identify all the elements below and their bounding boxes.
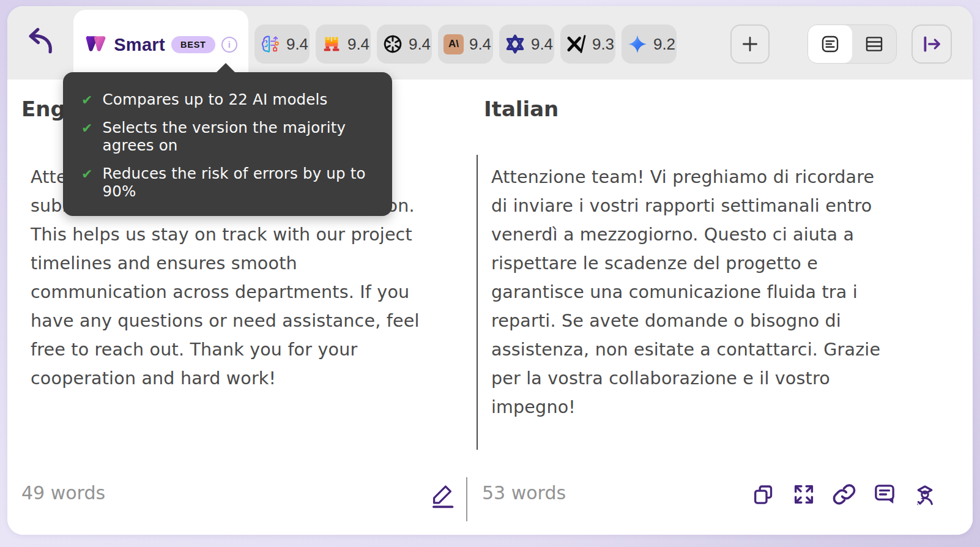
add-model-button[interactable] (730, 24, 770, 64)
tooltip-item: ✔ Compares up to 22 AI models (81, 91, 371, 108)
copy-icon (751, 482, 776, 507)
model-tab-modernmt[interactable]: 9.4 (316, 24, 371, 64)
model-tab-qwen[interactable]: 9.4 (499, 24, 554, 64)
model-tab-ai-brain[interactable]: 9.4 (254, 24, 310, 64)
check-icon: ✔ (81, 92, 92, 108)
model-tab-openai[interactable]: 9.4 (377, 24, 432, 64)
modernmt-castle-icon (321, 34, 342, 54)
info-icon[interactable]: i (221, 37, 237, 53)
tooltip-item: ✔ Reduces the risk of errors by up to 90… (81, 165, 371, 200)
footer-divider (466, 477, 467, 521)
toolbar: Smart BEST i (7, 6, 973, 80)
model-tab-xai-grok[interactable]: 9.3 (560, 24, 615, 64)
openai-icon (382, 34, 403, 54)
comment-icon (872, 482, 897, 507)
expert-graduate-icon (913, 482, 937, 507)
tooltip-item-text: Reduces the risk of errors by up to 90% (102, 165, 371, 200)
target-language-heading: Italian (484, 97, 559, 121)
rows-view-icon (864, 34, 885, 54)
source-word-count: 49 words (21, 482, 105, 504)
pencil-icon (428, 482, 458, 510)
model-tab-gemini[interactable]: 9.2 (622, 24, 677, 64)
expand-button[interactable] (792, 482, 816, 507)
column-divider (477, 155, 478, 450)
view-toggle-rows[interactable] (852, 25, 896, 63)
document-view-icon (820, 34, 841, 54)
expand-icon (792, 482, 816, 507)
best-badge: BEST (171, 36, 215, 53)
tooltip-item-text: Selects the version the majority agrees … (102, 119, 371, 154)
main-card: Smart BEST i (7, 6, 973, 535)
model-tabs-row: 9.4 (254, 24, 677, 64)
check-icon: ✔ (81, 121, 92, 136)
view-toggle (807, 24, 897, 64)
target-actions (751, 482, 937, 507)
tooltip-item: ✔ Selects the version the majority agree… (81, 119, 371, 154)
model-score: 9.3 (591, 35, 615, 54)
smart-logo-icon (84, 35, 108, 55)
back-button[interactable] (22, 26, 55, 59)
model-score: 9.4 (285, 35, 310, 54)
model-score: 9.4 (530, 35, 554, 54)
smart-tab-label: Smart (114, 35, 165, 55)
model-score: 9.4 (468, 35, 492, 54)
copy-button[interactable] (751, 482, 776, 507)
link-icon (832, 482, 856, 507)
tooltip-arrow (216, 63, 236, 73)
back-arrow-icon (22, 26, 55, 59)
tooltip-item-text: Compares up to 22 AI models (102, 91, 327, 108)
model-score: 9.4 (407, 35, 432, 54)
target-text[interactable]: Attenzione team! Vi preghiamo di ricorda… (491, 163, 927, 422)
edit-source-button[interactable] (428, 481, 458, 510)
model-tab-anthropic[interactable]: A\ 9.4 (438, 24, 493, 64)
expert-review-button[interactable] (913, 482, 937, 507)
share-link-button[interactable] (832, 482, 856, 507)
anthropic-icon: A\ (444, 34, 464, 54)
qwen-icon (505, 34, 525, 54)
gemini-icon (627, 34, 648, 54)
smart-info-tooltip: ✔ Compares up to 22 AI models ✔ Selects … (63, 72, 392, 216)
comment-button[interactable] (872, 482, 897, 507)
check-icon: ✔ (81, 166, 92, 182)
target-word-count: 53 words (482, 482, 566, 504)
model-score: 9.2 (652, 35, 677, 54)
export-button[interactable] (911, 24, 952, 64)
plus-icon (740, 34, 760, 54)
model-score: 9.4 (346, 35, 371, 54)
xai-icon (566, 34, 587, 54)
export-arrow-icon (920, 34, 943, 54)
ai-brain-icon (260, 34, 281, 54)
view-toggle-document[interactable] (808, 25, 852, 63)
